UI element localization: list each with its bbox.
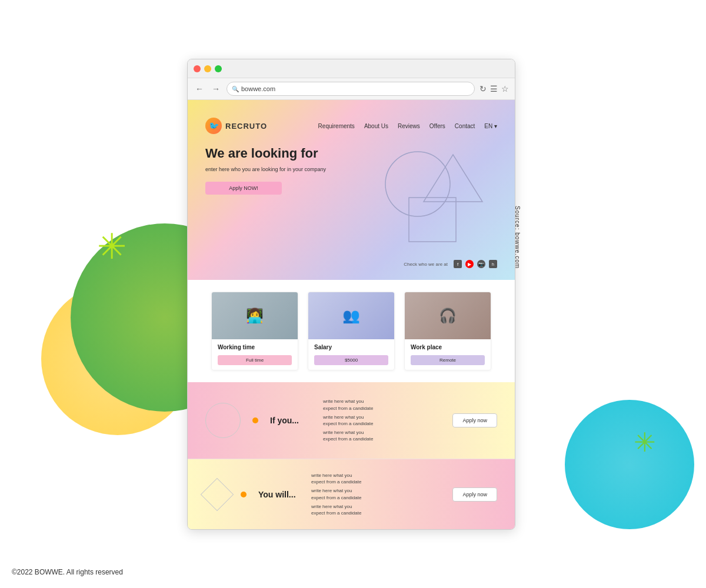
svg-marker-1: [424, 155, 482, 202]
you-will-item-1: write here what youexpect from a candida…: [311, 472, 441, 485]
facebook-icon[interactable]: f: [454, 260, 462, 268]
website-content: 🐦 RECRUTO Requirements About Us Reviews …: [188, 100, 515, 529]
svg-point-0: [385, 152, 450, 216]
nav-requirements[interactable]: Requirements: [318, 123, 355, 129]
card-title-working-time: Working time: [218, 344, 292, 350]
logo-text: RECRUTO: [225, 122, 267, 131]
card-badge-salary: $5000: [314, 355, 388, 365]
section-if-you: If you... write here what youexpect from…: [188, 382, 515, 459]
browser-window: ← → 🔍 bowwe.com ↻ ☰ ☆ 🐦 RECRUTO Requirem…: [187, 59, 515, 530]
card-title-salary: Salary: [314, 344, 388, 350]
hero-title: We are looking for: [205, 146, 347, 161]
hero-shapes-svg: [368, 146, 491, 249]
card-image-working-time: 👩‍💻: [212, 292, 298, 339]
circle-outline-decoration: [205, 403, 241, 438]
if-you-item-3: write here what youexpect from a candida…: [323, 429, 441, 442]
section-you-will: You will... write here what youexpect fr…: [188, 459, 515, 529]
bg-teal-circle: [565, 400, 694, 529]
logo-icon: 🐦: [205, 118, 222, 134]
hero-section: 🐦 RECRUTO Requirements About Us Reviews …: [188, 100, 515, 280]
svg-rect-2: [409, 198, 456, 242]
hero-subtitle: enter here who you are looking for in yo…: [205, 166, 347, 173]
card-body-work-place: Work place Remote: [405, 339, 491, 370]
refresh-icon[interactable]: ↻: [479, 84, 487, 93]
card-body-working-time: Working time Full time: [212, 339, 298, 370]
card-image-work-place: 🎧: [405, 292, 491, 339]
maximize-button[interactable]: [215, 65, 222, 72]
nav-lang[interactable]: EN ▾: [484, 123, 497, 129]
card-title-work-place: Work place: [411, 344, 485, 350]
minimize-button[interactable]: [204, 65, 211, 72]
apply-now-hero-button[interactable]: Apply NOW!: [205, 182, 282, 195]
bookmark-icon[interactable]: ☆: [501, 84, 509, 93]
close-button[interactable]: [194, 65, 201, 72]
nav-offers[interactable]: Offers: [429, 123, 445, 129]
browser-nav: ← → 🔍 bowwe.com ↻ ☰ ☆: [188, 78, 515, 100]
orange-dot-2: [241, 492, 247, 497]
logo-area: 🐦 RECRUTO: [205, 118, 267, 134]
you-will-title: You will...: [258, 490, 299, 499]
card-badge-work-place: Remote: [411, 355, 485, 365]
address-text: bowwe.com: [241, 85, 275, 92]
nav-about-us[interactable]: About Us: [364, 123, 388, 129]
social-icons: f ▶ 📷 h: [454, 260, 497, 268]
if-you-title: If you...: [270, 416, 311, 425]
instagram-icon[interactable]: 📷: [477, 260, 485, 268]
address-bar[interactable]: 🔍 bowwe.com: [227, 82, 475, 96]
forward-arrow[interactable]: →: [210, 83, 222, 95]
star-right-icon: ✳: [634, 429, 656, 456]
check-who-text: Check who we are at: [404, 262, 448, 267]
card-salary: 👥 Salary $5000: [308, 292, 395, 370]
houzz-icon[interactable]: h: [489, 260, 497, 268]
card-body-salary: Salary $5000: [308, 339, 394, 370]
orange-dot-1: [252, 417, 258, 423]
if-you-list: write here what youexpect from a candida…: [323, 398, 441, 442]
card-image-salary: 👥: [308, 292, 394, 339]
browser-controls: ↻ ☰ ☆: [479, 84, 509, 93]
card-badge-working-time: Full time: [218, 355, 292, 365]
nav-reviews[interactable]: Reviews: [398, 123, 420, 129]
card-working-time: 👩‍💻 Working time Full time: [211, 292, 298, 370]
hero-text: We are looking for enter here who you ar…: [205, 146, 347, 195]
card-work-place: 🎧 Work place Remote: [404, 292, 491, 370]
hero-body: We are looking for enter here who you ar…: [205, 146, 497, 252]
nav-contact[interactable]: Contact: [455, 123, 475, 129]
diamond-outline-decoration: [201, 477, 234, 511]
website-navbar: 🐦 RECRUTO Requirements About Us Reviews …: [205, 118, 497, 134]
cards-section: 👩‍💻 Working time Full time 👥 Salary $500…: [188, 280, 515, 382]
if-you-item-2: write here what youexpect from a candida…: [323, 414, 441, 427]
nav-links: Requirements About Us Reviews Offers Con…: [318, 123, 497, 129]
apply-now-you-will-button[interactable]: Apply now: [452, 487, 497, 502]
star-left-icon: ✳: [97, 229, 126, 265]
menu-icon[interactable]: ☰: [490, 84, 498, 93]
if-you-item-1: write here what youexpect from a candida…: [323, 398, 441, 411]
browser-titlebar: [188, 59, 515, 78]
hero-shapes: [368, 146, 497, 252]
you-will-item-2: write here what youexpect from a candida…: [311, 487, 441, 500]
hero-footer: Check who we are at f ▶ 📷 h: [205, 256, 497, 268]
copyright-text: ©2022 BOWWE. All rights reserved: [12, 568, 123, 576]
back-arrow[interactable]: ←: [194, 83, 205, 95]
search-icon: 🔍: [232, 86, 239, 92]
youtube-icon[interactable]: ▶: [465, 260, 474, 268]
you-will-item-3: write here what youexpect from a candida…: [311, 503, 441, 516]
you-will-list: write here what youexpect from a candida…: [311, 472, 441, 516]
apply-now-if-you-button[interactable]: Apply now: [452, 413, 497, 427]
